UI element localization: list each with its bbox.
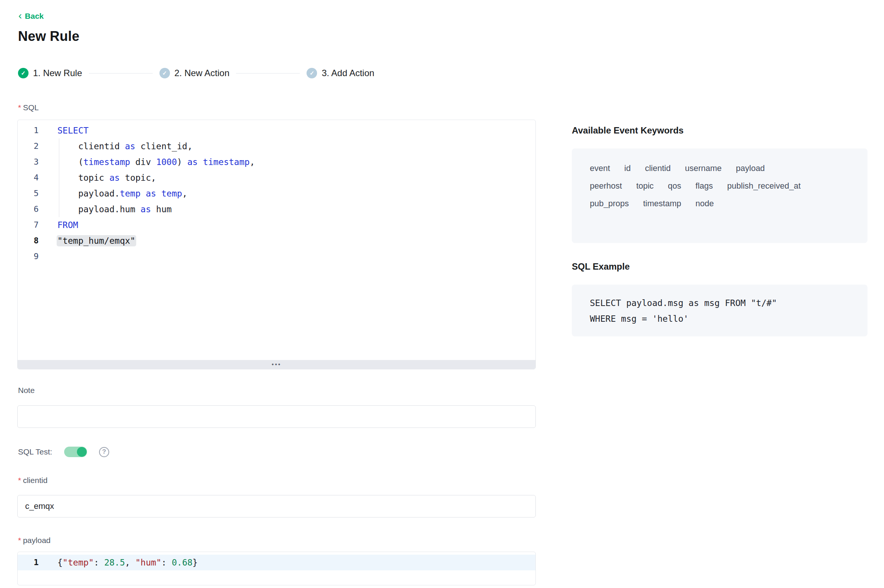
event-keyword: publish_received_at	[727, 180, 801, 192]
code-line: {"temp": 28.5, "hum": 0.68}	[48, 555, 535, 570]
note-field-label: Note	[18, 386, 35, 395]
event-keyword: node	[695, 198, 714, 209]
code-line: payload.temp as temp,	[48, 186, 535, 201]
line-number: 1	[18, 555, 48, 570]
sql-example-line: SELECT payload.msg as msg FROM "t/#"	[590, 295, 849, 311]
code-line: topic as topic,	[48, 170, 535, 186]
code-line: (timestamp div 1000) as timestamp,	[48, 154, 535, 170]
line-number: 7	[18, 217, 48, 233]
code-line: FROM	[48, 217, 535, 233]
sql-example-line: WHERE msg = 'hello'	[590, 311, 849, 327]
keywords-panel: eventidclientidusernamepayloadpeerhostto…	[572, 148, 867, 243]
event-keyword: topic	[636, 180, 654, 192]
sql-test-toggle[interactable]	[64, 447, 87, 457]
code-line: clientid as client_id,	[48, 138, 535, 154]
line-number: 9	[18, 249, 48, 264]
event-keyword: id	[624, 163, 631, 174]
step-add-action[interactable]: ✓ 3. Add Action	[307, 68, 374, 78]
event-keyword: event	[590, 163, 610, 174]
payload-code-editor[interactable]: 1 {"temp": 28.5, "hum": 0.68}	[17, 552, 536, 585]
sql-example-title: SQL Example	[572, 261, 630, 272]
code-line	[48, 249, 535, 264]
line-number: 3	[18, 154, 48, 170]
event-keyword: pub_props	[590, 198, 629, 209]
back-button[interactable]: ‹ Back	[18, 12, 44, 21]
step-label: 3. Add Action	[322, 68, 374, 78]
back-chevron-icon: ‹	[18, 12, 22, 20]
step-connector	[89, 73, 153, 74]
step-label: 2. New Action	[174, 68, 230, 78]
keywords-panel-title: Available Event Keywords	[572, 125, 684, 136]
check-icon: ✓	[18, 68, 29, 78]
event-keyword: clientid	[645, 163, 671, 174]
step-connector	[236, 73, 300, 74]
sql-test-row: SQL Test: ?	[18, 444, 109, 459]
keywords-list: eventidclientidusernamepayloadpeerhostto…	[590, 163, 802, 209]
required-asterisk: *	[18, 476, 21, 485]
toggle-knob	[77, 447, 87, 457]
sql-test-label: SQL Test:	[18, 447, 52, 456]
sql-editor-gutter: 123456789	[18, 120, 48, 360]
line-number: 6	[18, 201, 48, 217]
event-keyword: qos	[668, 180, 681, 192]
event-keyword: timestamp	[643, 198, 681, 209]
line-number: 5	[18, 186, 48, 201]
line-number: 8	[18, 233, 48, 249]
clientid-input[interactable]	[17, 495, 536, 518]
sql-code-editor[interactable]: 123456789 SELECT clientid as client_id, …	[17, 120, 536, 369]
note-input[interactable]	[17, 405, 536, 428]
event-keyword: flags	[696, 180, 713, 192]
event-keyword: payload	[736, 163, 765, 174]
line-number: 2	[18, 138, 48, 154]
code-line: "temp_hum/emqx"	[48, 233, 535, 249]
step-label: 1. New Rule	[33, 68, 82, 78]
required-asterisk: *	[18, 536, 21, 545]
line-number: 4	[18, 170, 48, 186]
code-line: SELECT	[48, 123, 535, 138]
check-icon: ✓	[307, 68, 317, 78]
step-new-rule[interactable]: ✓ 1. New Rule	[18, 68, 82, 78]
wizard-stepper: ✓ 1. New Rule ✓ 2. New Action ✓ 3. Add A…	[18, 68, 374, 78]
payload-field-label: * payload	[18, 536, 51, 545]
sql-editor-content[interactable]: SELECT clientid as client_id, (timestamp…	[48, 120, 535, 360]
editor-resize-handle[interactable]: •••	[18, 360, 535, 369]
page-title: New Rule	[18, 28, 80, 44]
check-icon: ✓	[159, 68, 170, 78]
line-number: 1	[18, 123, 48, 138]
sql-field-label: * SQL	[18, 103, 39, 112]
clientid-field-label: * clientid	[18, 476, 48, 485]
help-icon[interactable]: ?	[99, 447, 109, 457]
event-keyword: peerhost	[590, 180, 622, 192]
payload-editor-content[interactable]: {"temp": 28.5, "hum": 0.68}	[48, 552, 535, 570]
code-line: payload.hum as hum	[48, 201, 535, 217]
required-asterisk: *	[18, 103, 21, 112]
step-new-action[interactable]: ✓ 2. New Action	[159, 68, 230, 78]
back-label: Back	[25, 12, 44, 21]
indent-guide	[59, 138, 59, 217]
event-keyword: username	[685, 163, 722, 174]
payload-editor-gutter: 1	[18, 552, 48, 570]
sql-example-panel: SELECT payload.msg as msg FROM "t/#"WHER…	[572, 285, 867, 336]
